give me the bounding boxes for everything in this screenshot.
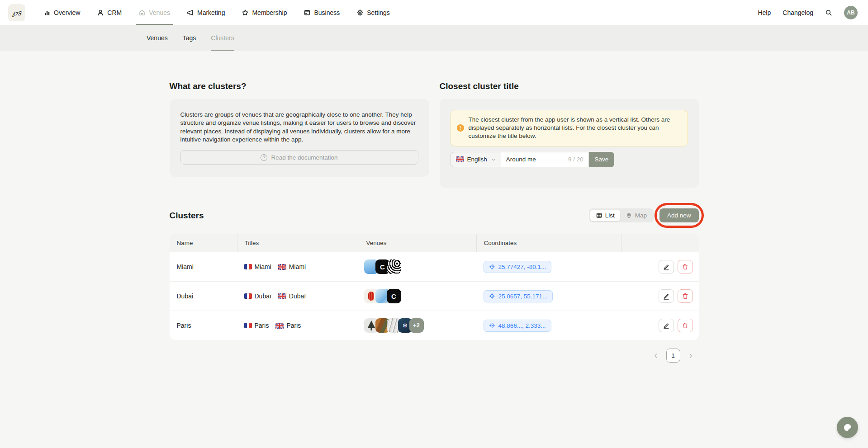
star-icon — [242, 9, 249, 16]
about-card: Clusters are groups of venues that are g… — [170, 99, 429, 177]
column-header-titles: Titles — [237, 234, 359, 252]
view-toggle: List Map — [589, 208, 654, 222]
map-pin-icon — [626, 212, 632, 219]
coordinates-cell: 25.0657, 55.171... — [476, 290, 621, 302]
nav-label: Marketing — [197, 9, 225, 16]
nav-item-marketing[interactable]: Marketing — [187, 0, 225, 25]
uk-flag-icon — [275, 323, 284, 329]
list-view-toggle[interactable]: List — [590, 210, 620, 221]
edit-button[interactable] — [659, 289, 674, 303]
info-alert: The closest cluster from the app user is… — [451, 110, 688, 146]
gear-icon — [356, 9, 364, 16]
nav-item-crm[interactable]: CRM — [97, 0, 122, 25]
trash-icon — [682, 322, 689, 329]
nav-label: Settings — [367, 9, 390, 16]
nav-item-venues[interactable]: Venues — [138, 0, 170, 25]
venue-thumbnails: C — [359, 289, 476, 303]
delete-button[interactable] — [678, 289, 693, 303]
top-header: ℘s Overview CRM Venues Marketing Members… — [0, 0, 868, 25]
cluster-titles: Dubaï Dubaï — [237, 292, 359, 300]
delete-button[interactable] — [678, 260, 693, 274]
coordinates-text: 25.0657, 55.171... — [498, 293, 548, 300]
table-row: Paris Paris Paris +2 — [170, 311, 699, 340]
row-actions — [621, 319, 699, 332]
closest-cluster-card: The closest cluster from the app user is… — [440, 99, 699, 188]
fr-flag-icon — [244, 323, 252, 328]
tab-venues[interactable]: Venues — [147, 25, 168, 51]
crosshair-location-icon — [489, 293, 495, 299]
bar-chart-icon — [43, 9, 51, 16]
coordinates-cell: 48.866..., 2.333... — [476, 320, 621, 332]
app-logo[interactable]: ℘s — [8, 4, 25, 21]
tab-tags[interactable]: Tags — [183, 25, 196, 51]
user-avatar[interactable]: AB — [844, 6, 858, 19]
about-title: What are clusters? — [170, 81, 429, 91]
doc-button-label: Read the documentation — [271, 154, 337, 161]
save-button[interactable]: Save — [589, 152, 614, 167]
tab-clusters[interactable]: Clusters — [211, 25, 234, 51]
nav-item-settings[interactable]: Settings — [356, 0, 390, 25]
venue-thumbnails: +2 — [359, 318, 476, 333]
column-header-name: Name — [170, 234, 237, 252]
megaphone-icon — [187, 9, 194, 16]
title-fr: Miami — [244, 263, 271, 270]
nav-label: Membership — [252, 9, 287, 16]
coordinates-pill[interactable]: 25.77427, -80.1... — [484, 261, 552, 273]
read-documentation-button[interactable]: Read the documentation — [180, 150, 418, 165]
main-nav: Overview CRM Venues Marketing Membership… — [43, 0, 390, 25]
venue-thumbnail: C — [387, 289, 401, 303]
coordinates-cell: 25.77427, -80.1... — [476, 261, 621, 273]
clusters-controls: List Map Add new — [589, 208, 699, 222]
venue-thumbnail — [387, 259, 401, 274]
table-row: Dubai Dubaï Dubaï C 25.0657, 55 — [170, 281, 699, 311]
help-link[interactable]: Help — [758, 9, 771, 16]
add-new-button[interactable]: Add new — [659, 208, 699, 222]
fr-flag-icon — [244, 264, 252, 269]
search-icon[interactable] — [825, 9, 832, 16]
nav-label: Venues — [149, 9, 170, 16]
coordinates-pill[interactable]: 48.866..., 2.333... — [484, 320, 551, 332]
edit-button[interactable] — [659, 260, 674, 274]
alert-text: The closest cluster from the app user is… — [469, 116, 680, 141]
pencil-icon — [663, 263, 670, 270]
nav-item-business[interactable]: Business — [304, 0, 340, 25]
changelog-link[interactable]: Changelog — [783, 9, 813, 16]
nav-item-overview[interactable]: Overview — [43, 0, 80, 25]
uk-flag-icon — [278, 264, 286, 270]
page-content: What are clusters? Clusters are groups o… — [170, 81, 699, 363]
trash-icon — [682, 292, 689, 300]
nav-label: Overview — [54, 9, 80, 16]
delete-button[interactable] — [678, 319, 693, 332]
title-en-text: Dubaï — [289, 292, 306, 300]
closest-cluster-title: Closest cluster title — [440, 81, 699, 91]
nav-item-membership[interactable]: Membership — [242, 0, 287, 25]
cluster-title-input[interactable] — [506, 156, 551, 163]
table-grid-icon — [596, 212, 602, 219]
crosshair-location-icon — [489, 322, 495, 329]
chat-widget-button[interactable] — [837, 417, 858, 438]
coordinates-text: 25.77427, -80.1... — [498, 264, 546, 270]
next-page-icon[interactable] — [687, 352, 694, 359]
nav-label: CRM — [107, 9, 122, 16]
language-select[interactable]: English — [451, 152, 501, 167]
coordinates-text: 48.866..., 2.333... — [498, 322, 546, 329]
title-input-wrap: 9 / 20 — [501, 152, 589, 167]
edit-button[interactable] — [659, 319, 674, 332]
about-body: Clusters are groups of venues that are g… — [180, 111, 418, 144]
header-right: Help Changelog AB — [758, 6, 858, 19]
venue-thumbnails: C — [359, 259, 476, 274]
closest-cluster-section: Closest cluster title The closest cluste… — [440, 81, 699, 188]
prev-page-icon[interactable] — [652, 352, 659, 359]
title-fr-text: Miami — [255, 263, 271, 270]
add-new-wrap: Add new — [659, 208, 699, 222]
coordinates-pill[interactable]: 25.0657, 55.171... — [484, 290, 553, 302]
title-en-text: Paris — [286, 322, 301, 329]
title-en-text: Miami — [289, 263, 306, 270]
map-view-toggle[interactable]: Map — [620, 210, 652, 221]
title-fr-text: Paris — [255, 322, 269, 329]
pencil-icon — [663, 292, 670, 300]
question-circle-icon — [261, 154, 267, 161]
pencil-icon — [663, 322, 670, 329]
page-number[interactable]: 1 — [666, 349, 680, 363]
row-actions — [621, 289, 699, 303]
